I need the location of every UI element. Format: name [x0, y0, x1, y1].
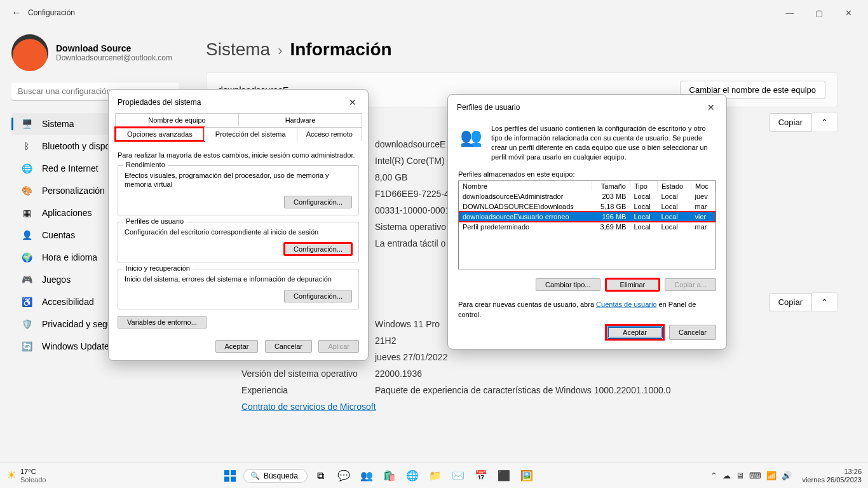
- delete-profile-button[interactable]: Eliminar: [606, 278, 660, 291]
- weather-widget[interactable]: ☀ 17°C Soleado: [6, 468, 46, 483]
- user-accounts-link[interactable]: Cuentas de usuario: [596, 301, 656, 308]
- breadcrumb-sep: ›: [278, 43, 282, 59]
- volume-icon[interactable]: 🔊: [782, 471, 792, 480]
- sysprops-title: Propiedades del sistema: [118, 98, 201, 107]
- search-icon: 🔍: [250, 471, 260, 480]
- app-button-1[interactable]: ⬛: [494, 466, 513, 485]
- create-accounts-text: Para crear nuevas cuentas de usuario, ab…: [458, 300, 716, 320]
- ms-contract-link[interactable]: Contrato de servicios de Microsoft: [241, 402, 376, 412]
- store-button[interactable]: 🛍️: [380, 466, 399, 485]
- account-email: Downloadsourcenet@outlook.com: [56, 53, 172, 62]
- account-name: Download Source: [56, 43, 172, 53]
- chat-button[interactable]: 💬: [334, 466, 353, 485]
- expand-winspec-button[interactable]: ⌃: [812, 292, 837, 312]
- explorer-button[interactable]: 📁: [426, 466, 445, 485]
- nav-icon: ♿: [19, 297, 34, 307]
- sun-icon: ☀: [6, 470, 17, 482]
- system-properties-dialog: Propiedades del sistema ✕ Nombre de equi…: [108, 89, 369, 361]
- nav-icon: 🎮: [19, 274, 34, 285]
- user-profiles-icon: 👥: [458, 124, 484, 149]
- user-profiles-settings-button[interactable]: Configuración...: [284, 243, 352, 255]
- userprof-close-button[interactable]: ✕: [703, 101, 719, 114]
- userprof-desc: Los perfiles del usuario contienen la co…: [491, 124, 716, 161]
- nav-icon: 🎨: [19, 186, 34, 196]
- system-tray[interactable]: ⌃ ☁ 🖥 ⌨ 📶 🔊 13:26 viernes 26/05/2023: [710, 468, 862, 483]
- profiles-table[interactable]: Nombre Tamaño Tipo Estado Moc downloadso…: [458, 180, 716, 269]
- userprof-title: Perfiles de usuario: [457, 103, 520, 112]
- clock[interactable]: 13:26 viernes 26/05/2023: [802, 468, 862, 483]
- sysprops-apply-button[interactable]: Aplicar: [318, 340, 359, 353]
- profile-row[interactable]: downloadsourceE\Administrador203 MBLocal…: [459, 191, 715, 201]
- startup-recovery-group: Inicio y recuperación Inicio del sistema…: [118, 269, 359, 309]
- titlebar: ← Configuración — ▢ ✕: [0, 0, 868, 25]
- breadcrumb-second: Información: [290, 39, 391, 60]
- start-button[interactable]: [220, 466, 240, 485]
- performance-group: Rendimiento Efectos visuales, programaci…: [118, 165, 359, 215]
- chevron-up-icon[interactable]: ⌃: [710, 471, 717, 480]
- avatar: ◆: [11, 34, 48, 71]
- minimize-button[interactable]: —: [775, 8, 804, 18]
- userprof-cancel-button[interactable]: Cancelar: [669, 325, 716, 340]
- nav-icon: ᛒ: [19, 141, 34, 151]
- copy-winspec-button[interactable]: Copiar: [769, 293, 812, 311]
- nav-icon: 👤: [19, 230, 34, 240]
- env-vars-button[interactable]: Variables de entorno...: [118, 316, 207, 329]
- profile-row[interactable]: Perfil predeterminado3,69 MBLocalLocalma…: [459, 222, 715, 232]
- startup-settings-button[interactable]: Configuración...: [284, 290, 352, 302]
- nav-icon: 🔄: [19, 341, 34, 351]
- app-button-2[interactable]: 🖼️: [517, 466, 536, 485]
- sysprops-ok-button[interactable]: Aceptar: [215, 340, 259, 353]
- sysprops-close-button[interactable]: ✕: [345, 96, 360, 109]
- language-icon[interactable]: ⌨: [749, 471, 761, 480]
- profile-row[interactable]: downloadsourceE\usuario erroneo196 MBLoc…: [459, 212, 715, 222]
- user-profiles-dialog: Perfiles de usuario ✕ 👥 Los perfiles del…: [447, 94, 727, 349]
- nav-icon: ▦: [19, 208, 34, 218]
- performance-settings-button[interactable]: Configuración...: [284, 196, 352, 208]
- breadcrumb: Sistema › Información: [206, 39, 837, 60]
- tab-protection[interactable]: Protección del sistema: [204, 127, 297, 141]
- nav-icon: 🌐: [19, 163, 34, 173]
- nav-icon: 🛡️: [19, 319, 34, 329]
- account-block[interactable]: ◆ Download Source Downloadsourcenet@outl…: [11, 34, 187, 71]
- copy-to-button[interactable]: Copiar a...: [665, 278, 716, 291]
- tab-hardware[interactable]: Hardware: [238, 113, 362, 126]
- window-title: Configuración: [28, 8, 75, 17]
- user-profiles-group: Perfiles de usuario Configuración del es…: [118, 222, 359, 262]
- tab-advanced[interactable]: Opciones avanzadas: [115, 127, 205, 141]
- nav-icon: 🖥️: [19, 119, 34, 129]
- breadcrumb-first[interactable]: Sistema: [206, 39, 270, 60]
- change-type-button[interactable]: Cambiar tipo...: [536, 278, 600, 291]
- tab-remote[interactable]: Acceso remoto: [297, 127, 362, 141]
- wifi-icon[interactable]: 📶: [766, 471, 776, 480]
- taskbar-search[interactable]: 🔍 Búsqueda: [243, 469, 308, 483]
- back-button[interactable]: ←: [5, 7, 28, 18]
- close-button[interactable]: ✕: [834, 8, 863, 18]
- profile-row[interactable]: DOWNLOADSOURCEE\downloads5,18 GBLocalLoc…: [459, 201, 715, 212]
- userprof-stored-label: Perfiles almacenados en este equipo:: [458, 170, 716, 178]
- copy-specs-button[interactable]: Copiar: [769, 113, 812, 132]
- sysprops-admin-note: Para realizar la mayoría de estos cambio…: [118, 151, 359, 159]
- onedrive-icon[interactable]: ☁: [722, 471, 731, 480]
- maximize-button[interactable]: ▢: [804, 8, 834, 18]
- task-view-button[interactable]: ⧉: [311, 466, 330, 485]
- expand-specs-button[interactable]: ⌃: [812, 112, 837, 132]
- edge-button[interactable]: 🌐: [403, 466, 422, 485]
- userprof-ok-button[interactable]: Aceptar: [607, 326, 663, 339]
- monitor-icon[interactable]: 🖥: [736, 471, 744, 480]
- tab-computer-name[interactable]: Nombre de equipo: [115, 113, 239, 126]
- teams-button[interactable]: 👥: [357, 466, 376, 485]
- mail-button[interactable]: ✉️: [449, 466, 468, 485]
- sysprops-cancel-button[interactable]: Cancelar: [265, 340, 312, 353]
- calendar-button[interactable]: 📅: [471, 466, 491, 485]
- nav-icon: 🌍: [19, 252, 34, 262]
- taskbar: ☀ 17°C Soleado 🔍 Búsqueda ⧉ 💬 👥 🛍️ 🌐 📁 ✉…: [0, 463, 868, 488]
